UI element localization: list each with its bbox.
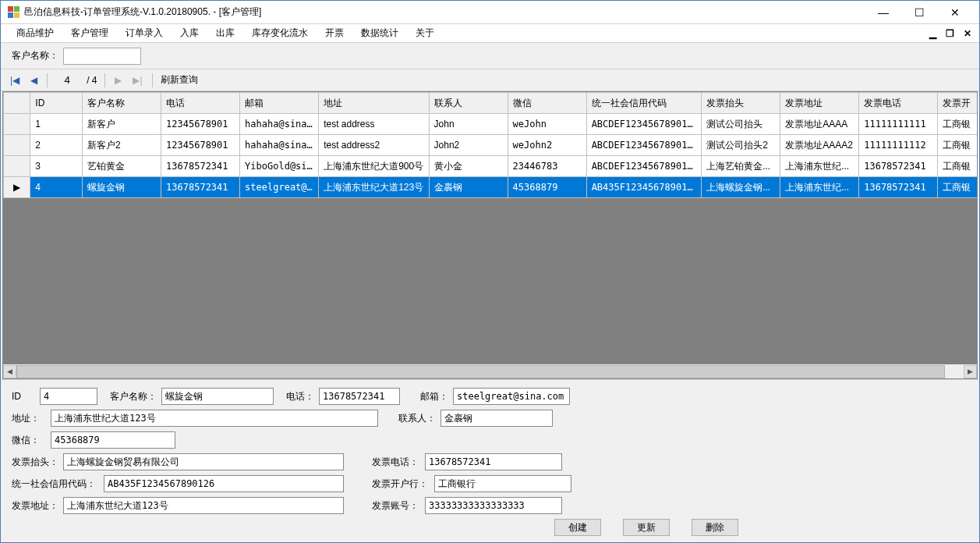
cell[interactable]: weJohn <box>508 114 586 135</box>
filter-name-input[interactable] <box>63 48 141 65</box>
cell[interactable]: 13678572341 <box>859 156 938 177</box>
table-row[interactable]: 3艺铂黄金13678572341YiboGold@sin...上海浦东世纪大道9… <box>4 156 978 177</box>
col-address[interactable]: 地址 <box>319 93 429 114</box>
table-row[interactable]: 2新客户212345678901hahaha@sina.comtest addr… <box>4 135 978 156</box>
cell[interactable]: 螺旋金钢 <box>83 177 161 198</box>
cell[interactable]: 工商银 <box>938 177 977 198</box>
close-button[interactable]: ✕ <box>937 2 973 23</box>
menu-stats[interactable]: 数据统计 <box>353 24 406 42</box>
menu-inventory-log[interactable]: 库存变化流水 <box>244 24 316 42</box>
create-button[interactable]: 创建 <box>554 519 601 536</box>
cell[interactable]: 11111111112 <box>859 135 938 156</box>
cell[interactable]: 12345678901 <box>161 114 240 135</box>
cell[interactable]: test address2 <box>319 135 429 156</box>
menu-stock-in[interactable]: 入库 <box>172 24 207 42</box>
cell[interactable]: 13678572341 <box>859 177 938 198</box>
cell[interactable]: ABCDEF1234567890126 <box>586 156 702 177</box>
mdi-close-icon[interactable]: ✕ <box>961 28 975 39</box>
cell[interactable]: hahaha@sina.com <box>240 135 319 156</box>
cell[interactable]: 新客户 <box>83 114 161 135</box>
cell[interactable]: 上海浦东世纪... <box>780 156 859 177</box>
field-address[interactable] <box>51 410 378 427</box>
cell[interactable]: steelgreat@s... <box>240 177 319 198</box>
mdi-minimize-icon[interactable]: ▁ <box>926 28 939 39</box>
col-phone[interactable]: 电话 <box>161 93 240 114</box>
col-invoice-bank[interactable]: 发票开 <box>938 93 977 114</box>
cell[interactable]: 上海浦东世纪大道900号 <box>319 156 429 177</box>
cell[interactable]: ABCDEF1234567890112 <box>586 135 702 156</box>
cell[interactable]: 金裹钢 <box>429 177 508 198</box>
menu-products[interactable]: 商品维护 <box>9 24 62 42</box>
menu-about[interactable]: 关于 <box>408 24 442 42</box>
cell[interactable]: 艺铂黄金 <box>83 156 161 177</box>
cell[interactable]: 45368879 <box>508 177 586 198</box>
cell[interactable]: 测试公司抬头2 <box>702 135 780 156</box>
cell[interactable]: 23446783 <box>508 156 586 177</box>
cell[interactable]: 上海浦东世纪... <box>780 177 859 198</box>
cell[interactable]: YiboGold@sin... <box>240 156 319 177</box>
cell[interactable]: hahaha@sina.com <box>240 114 319 135</box>
scroll-thumb[interactable] <box>16 365 945 378</box>
menu-order-entry[interactable]: 订单录入 <box>118 24 171 42</box>
cell[interactable]: 新客户2 <box>83 135 161 156</box>
field-id[interactable] <box>40 388 97 405</box>
field-uscc[interactable] <box>104 475 344 492</box>
col-id[interactable]: ID <box>30 93 83 114</box>
field-contact[interactable] <box>440 410 553 427</box>
update-button[interactable]: 更新 <box>623 519 670 536</box>
cell[interactable]: 上海螺旋金钢... <box>702 177 780 198</box>
cell[interactable]: test address <box>319 114 429 135</box>
field-invoice-addr[interactable] <box>63 497 344 514</box>
cell[interactable]: 发票地址AAAA <box>780 114 859 135</box>
cell[interactable]: John <box>429 114 508 135</box>
cell[interactable]: AB435F1234567890126 <box>586 177 702 198</box>
row-header[interactable] <box>4 156 30 177</box>
menu-customers[interactable]: 客户管理 <box>63 24 116 42</box>
field-invoice-title[interactable] <box>63 453 344 470</box>
nav-last-icon[interactable]: ▶| <box>131 75 143 86</box>
field-invoice-phone[interactable] <box>425 453 562 470</box>
row-header[interactable] <box>4 114 30 135</box>
field-invoice-acct[interactable] <box>425 497 562 514</box>
delete-button[interactable]: 删除 <box>692 519 738 536</box>
cell[interactable]: John2 <box>429 135 508 156</box>
col-name[interactable]: 客户名称 <box>83 93 161 114</box>
menu-invoice[interactable]: 开票 <box>317 24 352 42</box>
table-row[interactable]: ▶4螺旋金钢13678572341steelgreat@s...上海浦东世纪大道… <box>4 177 978 198</box>
cell[interactable]: 3 <box>30 156 83 177</box>
nav-page-input[interactable] <box>55 73 79 87</box>
nav-prev-icon[interactable]: ◀ <box>29 75 39 86</box>
cell[interactable]: ABCDEF1234567890111 <box>586 114 702 135</box>
cell[interactable]: 13678572341 <box>161 156 240 177</box>
mdi-restore-icon[interactable]: ❐ <box>943 28 957 39</box>
minimize-button[interactable]: — <box>865 2 901 23</box>
col-invoice-addr[interactable]: 发票地址 <box>780 93 859 114</box>
cell[interactable]: 上海艺铂黄金... <box>702 156 780 177</box>
field-email[interactable] <box>453 388 570 405</box>
cell[interactable]: 黄小金 <box>429 156 508 177</box>
cell[interactable]: weJohn2 <box>508 135 586 156</box>
scroll-left-icon[interactable]: ◀ <box>3 365 16 378</box>
scroll-right-icon[interactable]: ▶ <box>964 365 977 378</box>
nav-refresh-link[interactable]: 刷新查询 <box>161 73 198 87</box>
maximize-button[interactable]: ☐ <box>901 2 937 23</box>
col-wechat[interactable]: 微信 <box>508 93 586 114</box>
nav-first-icon[interactable]: |◀ <box>9 75 21 86</box>
field-phone[interactable] <box>319 388 400 405</box>
cell[interactable]: 4 <box>30 177 83 198</box>
row-header[interactable]: ▶ <box>4 177 30 198</box>
menu-stock-out[interactable]: 出库 <box>208 24 242 42</box>
cell[interactable]: 测试公司抬头 <box>702 114 780 135</box>
cell[interactable]: 上海浦东世纪大道123号 <box>319 177 429 198</box>
cell[interactable]: 发票地址AAAA2 <box>780 135 859 156</box>
field-name[interactable] <box>161 388 274 405</box>
nav-next-icon[interactable]: ▶ <box>113 75 123 86</box>
col-invoice-title[interactable]: 发票抬头 <box>702 93 780 114</box>
col-email[interactable]: 邮箱 <box>240 93 319 114</box>
row-header[interactable] <box>4 135 30 156</box>
cell[interactable]: 1 <box>30 114 83 135</box>
horizontal-scrollbar[interactable]: ◀ ▶ <box>3 364 977 378</box>
table-row[interactable]: 1新客户12345678901hahaha@sina.comtest addre… <box>4 114 978 135</box>
cell[interactable]: 工商银 <box>938 114 977 135</box>
cell[interactable]: 2 <box>30 135 83 156</box>
